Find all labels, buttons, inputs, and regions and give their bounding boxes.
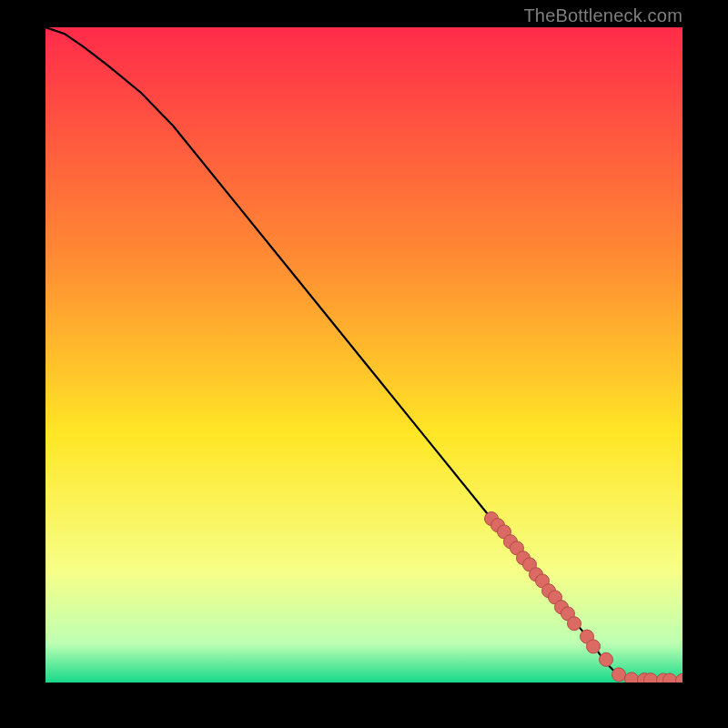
- attribution-text: TheBottleneck.com: [523, 5, 682, 26]
- marker-dot: [587, 640, 601, 653]
- curve-line: [46, 27, 682, 681]
- marker-dot: [600, 652, 613, 666]
- marker-dot: [568, 617, 581, 631]
- marker-dot: [612, 668, 626, 682]
- chart-svg: [46, 27, 682, 682]
- marker-dot: [663, 673, 677, 682]
- marker-group: [485, 512, 683, 683]
- plot-area: [46, 27, 682, 682]
- marker-dot: [676, 673, 683, 682]
- chart-stage: TheBottleneck.com: [0, 0, 728, 728]
- marker-dot: [644, 673, 658, 682]
- marker-dot: [625, 672, 639, 682]
